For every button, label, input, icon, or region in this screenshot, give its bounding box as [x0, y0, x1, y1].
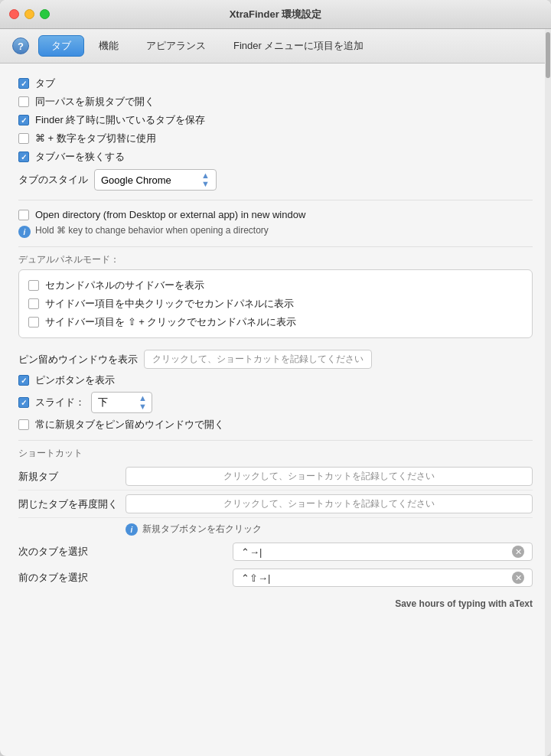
window-controls: [9, 9, 50, 19]
label-sidebar-middle: サイドバー項目を中央クリックでセカンドパネルに表示: [45, 297, 294, 311]
row-second-sidebar: セカンドパネルのサイドバーを表示: [28, 276, 523, 295]
scrollbar-thumb[interactable]: [546, 32, 550, 78]
clear-btn-next[interactable]: ✕: [512, 546, 524, 558]
pin-window-row: ピン留めウインドウを表示 クリックして、ショートカットを記録してください: [18, 347, 533, 371]
shortcut-key-row-next: 次のタブを選択 ⌃→| ✕: [18, 539, 533, 565]
checkbox-cmd-number[interactable]: [18, 133, 29, 144]
row-slide: スライド： 下 ▲ ▼: [18, 389, 533, 415]
tab-bar: タブ 機能 アピアランス Finder メニューに項目を追加: [38, 35, 377, 57]
row-open-dir: Open directory (from Desktop or external…: [18, 207, 533, 223]
label-narrow-bar: タブバーを狭くする: [35, 150, 125, 164]
slide-select-value: 下: [98, 396, 108, 409]
label-save-on-close: Finder 終了時に開いているタブを保存: [35, 113, 205, 127]
row-cmd-number: ⌘ + 数字をタブ切替に使用: [18, 129, 533, 148]
label-same-pane: 同一パスを新規タブで開く: [35, 95, 155, 109]
row-sidebar-shift: サイドバー項目を ⇧ + クリックでセカンドパネルに表示: [28, 313, 523, 331]
checkbox-narrow-bar[interactable]: [18, 152, 29, 162]
tab-tab[interactable]: タブ: [38, 35, 84, 57]
dual-panel-group: セカンドパネルのサイドバーを表示 サイドバー項目を中央クリックでセカンドパネルに…: [18, 269, 533, 338]
clear-btn-prev[interactable]: ✕: [512, 572, 524, 584]
advert: Save hours of typing with aText: [18, 598, 533, 609]
row-sidebar-middle: サイドバー項目を中央クリックでセカンドパネルに表示: [28, 295, 523, 313]
label-sidebar-shift: サイドバー項目を ⇧ + クリックでセカンドパネルに表示: [45, 315, 296, 329]
checkbox-same-pane[interactable]: [18, 96, 29, 107]
info-text-cmd: Hold ⌘ key to change behavior when openi…: [35, 225, 269, 236]
tab-func[interactable]: 機能: [86, 35, 132, 57]
slide-select[interactable]: 下 ▲ ▼: [91, 392, 152, 413]
style-row: タブのスタイル Google Chrome ▲ ▼: [18, 166, 533, 194]
checkbox-always-new-tab[interactable]: [18, 419, 29, 430]
label-open-dir: Open directory (from Desktop or external…: [35, 209, 305, 220]
style-select-value: Google Chrome: [101, 174, 171, 186]
info-icon-cmd: i: [18, 226, 31, 238]
label-tab: タブ: [35, 77, 55, 90]
slide-arrows-icon: ▲ ▼: [139, 394, 147, 411]
label-always-new-tab: 常に新規タブをピン留めウインドウで開く: [35, 418, 224, 432]
info-row-cmd: i Hold ⌘ key to change behavior when ope…: [18, 223, 533, 240]
shortcut-row-new-tab: 新規タブ クリックして、ショートカットを記録してください: [18, 463, 533, 490]
shortcut-row-reopen: 閉じたタブを再度開く クリックして、ショートカットを記録してください: [18, 490, 533, 518]
info-icon-rightclick: i: [126, 523, 138, 536]
divider-3: [18, 440, 533, 441]
checkbox-show-pin[interactable]: [18, 375, 29, 386]
maximize-button[interactable]: [40, 9, 50, 19]
shortcut-name-next: 次のタブを選択: [18, 545, 126, 559]
shortcut-name-reopen: 閉じたタブを再度開く: [18, 497, 126, 511]
divider-1: [18, 200, 533, 200]
shortcut-name-new-tab: 新規タブ: [18, 470, 126, 484]
row-show-pin: ピンボタンを表示: [18, 371, 533, 389]
row-always-new-tab: 常に新規タブをピン留めウインドウで開く: [18, 415, 533, 434]
label-cmd-number: ⌘ + 数字をタブ切替に使用: [35, 132, 156, 145]
advert-text: Save hours of typing with aText: [395, 598, 533, 609]
style-select[interactable]: Google Chrome ▲ ▼: [94, 169, 217, 191]
checkbox-tab[interactable]: [18, 78, 29, 89]
info-text-rightclick: 新規タブボタンを右クリック: [142, 523, 262, 536]
toolbar: ? タブ 機能 アピアランス Finder メニューに項目を追加: [0, 29, 551, 64]
shortcut-section-label: ショートカット: [18, 447, 533, 460]
checkbox-second-sidebar[interactable]: [28, 280, 39, 291]
divider-2: [18, 246, 533, 247]
minimize-button[interactable]: [24, 9, 34, 19]
shortcut-btn-new-tab[interactable]: クリックして、ショートカットを記録してください: [126, 467, 533, 486]
label-slide: スライド：: [35, 396, 85, 409]
select-arrows-icon: ▲ ▼: [201, 171, 210, 188]
shortcut-key-box-prev: ⌃⇧→| ✕: [233, 569, 533, 587]
close-button[interactable]: [9, 9, 19, 19]
tab-finder[interactable]: Finder メニューに項目を追加: [220, 35, 377, 57]
row-tab: タブ: [18, 74, 533, 93]
label-show-pin: ピンボタンを表示: [35, 373, 115, 387]
scrollbar[interactable]: [545, 29, 551, 756]
pin-window-label: ピン留めウインドウを表示: [18, 353, 138, 367]
info-row-rightclick: i 新規タブボタンを右クリック: [18, 518, 533, 539]
checkbox-sidebar-shift[interactable]: [28, 317, 39, 327]
window-title: XtraFinder 環境設定: [230, 8, 322, 21]
checkbox-slide[interactable]: [18, 397, 29, 408]
row-narrow-bar: タブバーを狭くする: [18, 148, 533, 166]
tab-appearance[interactable]: アピアランス: [133, 35, 219, 57]
shortcut-name-prev: 前のタブを選択: [18, 571, 126, 585]
shortcut-section: ショートカット 新規タブ クリックして、ショートカットを記録してください 閉じた…: [18, 447, 533, 591]
titlebar: XtraFinder 環境設定: [0, 0, 551, 29]
checkbox-sidebar-middle[interactable]: [28, 298, 39, 309]
main-window: XtraFinder 環境設定 ? タブ 機能 アピアランス Finder メニ…: [0, 0, 551, 756]
label-second-sidebar: セカンドパネルのサイドバーを表示: [45, 279, 204, 292]
shortcut-key-row-prev: 前のタブを選択 ⌃⇧→| ✕: [18, 565, 533, 591]
help-button[interactable]: ?: [12, 37, 29, 54]
dual-panel-label: デュアルパネルモード：: [18, 253, 533, 266]
style-label: タブのスタイル: [18, 173, 88, 187]
shortcut-key-prev: ⌃⇧→|: [241, 572, 270, 584]
shortcut-btn-reopen[interactable]: クリックして、ショートカットを記録してください: [126, 494, 533, 513]
checkbox-open-dir[interactable]: [18, 210, 29, 220]
row-same-pane: 同一パスを新規タブで開く: [18, 93, 533, 111]
content-area: タブ 同一パスを新規タブで開く Finder 終了時に開いているタブを保存 ⌘ …: [0, 64, 551, 624]
row-save-on-close: Finder 終了時に開いているタブを保存: [18, 111, 533, 129]
checkbox-save-on-close[interactable]: [18, 115, 29, 125]
shortcut-key-box-next: ⌃→| ✕: [233, 543, 533, 561]
pin-window-shortcut-btn[interactable]: クリックして、ショートカットを記録してください: [144, 350, 372, 369]
shortcut-key-next: ⌃→|: [241, 546, 262, 558]
